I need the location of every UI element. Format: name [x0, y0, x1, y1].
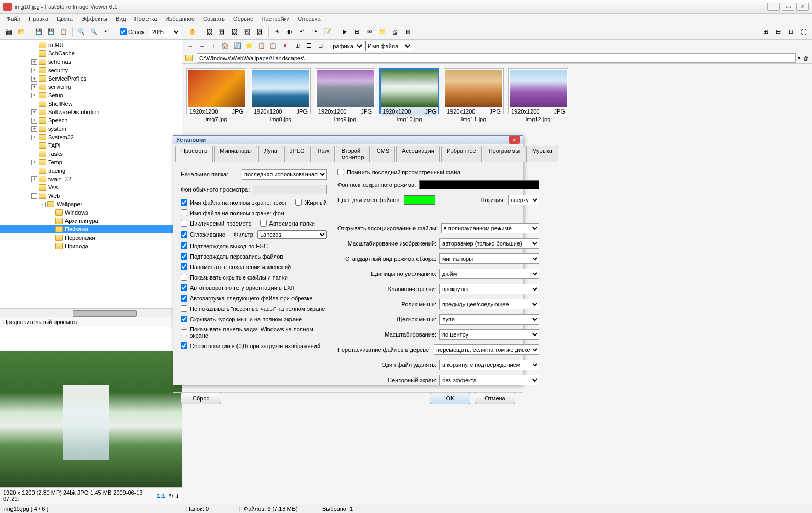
info-icon[interactable]: ℹ [176, 493, 178, 499]
zoom-select[interactable]: 20% [150, 27, 181, 37]
menu-избранное[interactable]: Избранное [161, 15, 199, 23]
tree-item-schcache[interactable]: SchCache [0, 49, 182, 58]
compare-icon[interactable]: ⊞ [352, 26, 363, 38]
tree-item-schemas[interactable]: +schemas [0, 58, 182, 66]
delete-select[interactable]: в корзину, с подтверждением [439, 360, 539, 370]
tree-item-speech[interactable]: +Speech [0, 116, 182, 125]
menu-правка[interactable]: Правка [25, 15, 52, 23]
cancel-button[interactable]: Отмена [475, 393, 515, 404]
open-assoc-select[interactable]: в полноэкранном режиме [441, 223, 539, 233]
no-hourglass-checkbox[interactable] [181, 305, 187, 312]
nav-back-icon[interactable]: ← [185, 41, 196, 51]
save-as-icon[interactable]: 💾 [46, 26, 57, 38]
tree-item-softwaredistribution[interactable]: +SoftwareDistribution [0, 108, 182, 116]
nav-fav-icon[interactable]: ⭐ [244, 41, 254, 51]
nav-copy-icon[interactable]: 📋 [256, 41, 267, 51]
view-thumbs-icon[interactable]: ⊞ [292, 41, 302, 51]
tree-item-vss[interactable]: Vss [0, 183, 182, 192]
tab-cms[interactable]: CMS [371, 146, 395, 162]
open-icon[interactable]: 📂 [16, 26, 27, 38]
tree-item-temp[interactable]: +Temp [0, 158, 182, 166]
brightness-icon[interactable]: ☀ [272, 26, 283, 38]
filename-text-checkbox[interactable] [181, 199, 187, 206]
thumbnail-img8.jpg[interactable]: 1920x1200JPGimg8.jpg [251, 68, 311, 122]
tree-item-web[interactable]: -Web [0, 192, 182, 200]
nav-delete-icon[interactable]: ✕ [279, 41, 290, 51]
bold-checkbox[interactable] [295, 199, 302, 206]
menu-файл[interactable]: Файл [2, 15, 25, 23]
tool1-icon[interactable]: 🖼 [204, 26, 216, 38]
nav-fwd-icon[interactable]: → [197, 41, 207, 51]
hide-cursor-checkbox[interactable] [181, 316, 187, 322]
text-icon[interactable]: 📝 [322, 26, 333, 38]
tab-миниатюры[interactable]: Миниатюры [214, 146, 257, 162]
tree-item-twain_32[interactable]: +twain_32 [0, 175, 182, 183]
tree-expand-icon[interactable]: + [31, 176, 37, 182]
menu-создать[interactable]: Создать [199, 15, 229, 23]
tool4-icon[interactable]: 🖼 [242, 26, 253, 38]
thumbnail-img10.jpg[interactable]: 1920x1200JPGimg10.jpg [379, 68, 439, 122]
filename-bg-checkbox[interactable] [181, 209, 187, 216]
tree-item-tasks[interactable]: Tasks [0, 150, 182, 158]
tree-item-природа[interactable]: Природа [0, 242, 182, 250]
tree-item-tracing[interactable]: tracing [0, 166, 182, 175]
menu-сервис[interactable]: Сервис [229, 15, 257, 23]
position-select[interactable]: вверху [508, 195, 539, 205]
thumbnail-img9.jpg[interactable]: 1920x1200JPGimg9.jpg [315, 68, 375, 122]
zoom-mode-select[interactable]: по центру [439, 329, 539, 340]
tab-лупа[interactable]: Лупа [258, 146, 283, 162]
dialog-close-button[interactable]: ✕ [509, 136, 520, 144]
tree-expand-icon[interactable]: + [31, 84, 37, 90]
tree-item-архитектура[interactable]: Архитектура [0, 217, 182, 225]
thumbnail-img7.jpg[interactable]: 1920x1200JPGimg7.jpg [186, 68, 246, 122]
thumbnail-img12.jpg[interactable]: 1920x1200JPGimg12.jpg [508, 68, 568, 122]
tree-expand-icon[interactable]: + [31, 109, 37, 115]
bg-normal-swatch[interactable] [253, 185, 327, 194]
tree-item-пейзажи[interactable]: Пейзажи [0, 225, 182, 233]
thumbnail-img11.jpg[interactable]: 1920x1200JPGimg11.jpg [444, 68, 504, 122]
bg-fullscreen-swatch[interactable] [419, 180, 539, 189]
wheel-select[interactable]: предыдущее/следующее [439, 299, 539, 309]
zoom-out-icon[interactable]: 🔍 [88, 26, 99, 38]
tool3-icon[interactable]: 🖼 [229, 26, 241, 38]
slideshow-icon[interactable]: ▶ [339, 26, 351, 38]
close-button[interactable]: ✕ [796, 3, 809, 11]
cyclic-checkbox[interactable] [181, 220, 187, 227]
view-mode-select[interactable]: Графика [328, 41, 364, 51]
tree-item-system32[interactable]: +System32 [0, 133, 182, 141]
menu-цвета[interactable]: Цвета [52, 15, 77, 23]
tree-item-shellnew[interactable]: ShellNew [0, 99, 182, 108]
tree-expand-icon[interactable]: + [31, 59, 37, 65]
nav-paste-icon[interactable]: 📋 [268, 41, 278, 51]
tree-expand-icon[interactable]: + [31, 118, 37, 124]
tree-item-персонажи[interactable]: Персонажи [0, 233, 182, 242]
wallpaper-icon[interactable]: 🖥 [402, 26, 413, 38]
scaling-select[interactable]: авторазмер (только большие) [439, 238, 539, 249]
tab-второй монитор[interactable]: Второй монитор [336, 146, 370, 162]
show-taskbar-checkbox[interactable] [181, 329, 187, 336]
reset-pos-checkbox[interactable] [181, 342, 187, 349]
nav-refresh-icon[interactable]: 🔄 [232, 41, 243, 51]
tree-scrollbar[interactable] [0, 309, 182, 317]
print-icon[interactable]: 🖨 [389, 26, 401, 38]
zoom-in-icon[interactable]: 🔍 [75, 26, 87, 38]
capture-icon[interactable]: 📷 [3, 26, 15, 38]
tree-item-wallpaper[interactable]: -Wallpaper [0, 200, 182, 208]
tree-expand-icon[interactable]: - [40, 202, 46, 207]
tab-ассоциации[interactable]: Ассоциации [396, 146, 440, 162]
menu-настройки[interactable]: Настройки [257, 15, 294, 23]
reset-button[interactable]: Сброс [181, 393, 221, 404]
tree-item-windows[interactable]: Windows [0, 208, 182, 217]
nav-home-icon[interactable]: 🏠 [220, 41, 230, 51]
start-folder-select[interactable]: последняя использованная [242, 169, 327, 180]
tree-expand-icon[interactable]: + [31, 160, 37, 165]
confirm-esc-checkbox[interactable] [181, 242, 187, 249]
tree-expand-icon[interactable]: + [31, 68, 37, 73]
fullscreen-icon[interactable]: ⛶ [797, 26, 809, 38]
view-list-icon[interactable]: ☰ [303, 41, 314, 51]
tab-избранное[interactable]: Избранное [441, 146, 482, 162]
layout1-icon[interactable]: ⊞ [760, 26, 771, 38]
tree-item-serviceprofiles[interactable]: +ServiceProfiles [0, 74, 182, 83]
maximize-button[interactable]: ▭ [782, 3, 794, 11]
confirm-overwrite-checkbox[interactable] [181, 253, 187, 260]
